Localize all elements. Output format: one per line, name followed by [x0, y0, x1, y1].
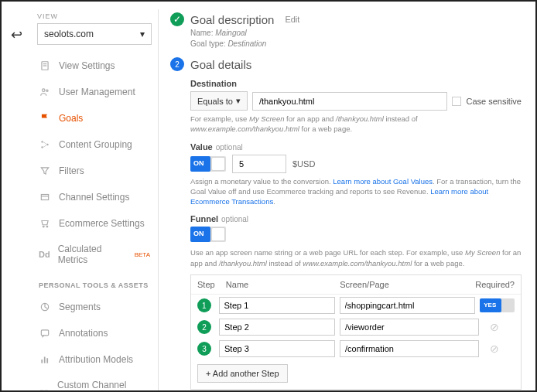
step-name-input[interactable] — [219, 340, 335, 357]
col-screen: Screen/Page — [340, 280, 475, 289]
sidebar-item-content-grouping[interactable]: Content Grouping — [31, 131, 158, 158]
sidebar-item-channel-settings[interactable]: Channel Settings — [31, 184, 158, 210]
add-step-button[interactable]: + Add another Step — [197, 364, 288, 383]
cart-icon — [39, 217, 51, 230]
svg-rect-14 — [41, 360, 43, 363]
funnel-toggle[interactable] — [190, 227, 226, 242]
step-number: 3 — [197, 342, 211, 356]
sidebar-item-label: Channel Settings — [59, 192, 129, 203]
value-helper: Assign a monetary value to the conversio… — [190, 176, 522, 207]
sidebar-item-label: Filters — [59, 165, 84, 176]
sidebar-item-label: Ecommerce Settings — [59, 218, 145, 229]
sidebar-item-user-management[interactable]: User Management — [31, 79, 158, 105]
sidebar-item-label: View Settings — [59, 60, 115, 71]
sidebar-item-segments[interactable]: Segments — [31, 294, 158, 320]
optional-label: optional — [221, 215, 248, 223]
col-name: Name — [226, 280, 340, 289]
sidebar-item-label: Attribution Models — [59, 354, 133, 365]
step-number: 2 — [197, 320, 211, 334]
value-label: Value — [190, 142, 213, 152]
value-input[interactable] — [232, 155, 286, 173]
name-label: Name: — [190, 29, 213, 37]
check-icon: ✓ — [170, 12, 184, 26]
svg-point-10 — [43, 226, 44, 227]
goal-values-link[interactable]: Learn more about Goal Values — [333, 177, 433, 186]
step-number-icon: 2 — [170, 57, 184, 71]
sidebar-item-label: Annotations — [59, 328, 108, 339]
filter-icon — [39, 165, 51, 177]
svg-rect-16 — [46, 358, 48, 363]
grouping-icon — [39, 138, 51, 151]
currency-label: $USD — [292, 159, 315, 169]
sidebar-item-annotations[interactable]: Annotations — [31, 320, 158, 346]
users-icon — [39, 86, 51, 98]
svg-rect-15 — [44, 357, 46, 363]
step-screen-input[interactable] — [340, 297, 476, 314]
funnel-helper: Use an app screen name string or a web p… — [190, 247, 522, 268]
document-icon — [39, 60, 51, 72]
case-sensitive-checkbox[interactable] — [452, 97, 461, 106]
chevron-down-icon: ▾ — [140, 29, 145, 39]
chevron-down-icon: ▾ — [236, 96, 241, 106]
col-step: Step — [197, 280, 226, 289]
sidebar-item-label: User Management — [59, 87, 135, 97]
col-required: Required? — [475, 280, 515, 289]
required-toggle[interactable] — [480, 298, 515, 312]
sidebar-item-label: Goals — [59, 113, 83, 124]
svg-rect-13 — [41, 330, 48, 336]
svg-point-7 — [46, 144, 48, 145]
sidebar-item-custom-channel-groupings[interactable]: Custom Channel Groupings BETA — [31, 373, 158, 392]
view-name: seolots.com — [44, 29, 94, 39]
svg-point-6 — [41, 146, 43, 148]
funnel-table: Step Name Screen/Page Required? 1 2 ⊘ — [190, 274, 522, 390]
channel-icon — [39, 191, 51, 203]
destination-label: Destination — [190, 79, 522, 88]
step-screen-input[interactable] — [340, 340, 479, 357]
sidebar-item-filters[interactable]: Filters — [31, 158, 158, 184]
step-screen-input[interactable] — [340, 319, 479, 336]
edit-link[interactable]: Edit — [285, 15, 299, 24]
remove-step-icon[interactable]: ⊘ — [490, 343, 499, 355]
beta-badge: BETA — [135, 251, 150, 258]
destination-helper: For example, use My Screen for an app an… — [190, 114, 522, 135]
sidebar-item-attribution-models[interactable]: Attribution Models — [31, 346, 158, 373]
segments-icon — [39, 301, 51, 313]
name-value: Maingoal — [215, 29, 247, 37]
step-number: 1 — [197, 298, 211, 312]
view-selector[interactable]: seolots.com ▾ — [37, 23, 152, 45]
back-icon[interactable]: ↩ — [11, 26, 22, 43]
sidebar-item-view-settings[interactable]: View Settings — [31, 53, 158, 79]
type-label: Goal type: — [190, 39, 226, 48]
svg-point-4 — [46, 90, 48, 91]
match-dropdown[interactable]: Equals to▾ — [190, 91, 248, 111]
sidebar-item-label: Calculated Metrics — [58, 244, 125, 265]
step-name-input[interactable] — [219, 297, 335, 314]
sidebar-item-ecommerce-settings[interactable]: Ecommerce Settings — [31, 210, 158, 237]
view-label: VIEW — [31, 9, 158, 22]
step-name-input[interactable] — [219, 319, 335, 336]
grid-icon — [39, 388, 50, 393]
sidebar-item-goals[interactable]: Goals — [31, 105, 158, 131]
funnel-step-row: 1 — [191, 295, 521, 316]
sidebar-item-label: Segments — [59, 302, 101, 312]
svg-rect-8 — [41, 195, 48, 200]
svg-point-5 — [41, 141, 43, 142]
sidebar-item-label: Custom Channel Groupings — [57, 380, 150, 392]
optional-label: optional — [216, 143, 243, 152]
funnel-label: Funnel — [190, 214, 218, 223]
svg-point-11 — [46, 226, 48, 227]
type-value: Destination — [227, 39, 266, 48]
goal-details-title: Goal details — [190, 58, 251, 71]
remove-step-icon[interactable]: ⊘ — [490, 321, 499, 333]
section-header-personal: PERSONAL TOOLS & ASSETS — [31, 272, 158, 294]
sidebar-item-label: Content Grouping — [59, 139, 132, 150]
funnel-step-row: 2 ⊘ — [191, 316, 521, 338]
sidebar-item-calculated-metrics[interactable]: Dd Calculated Metrics BETA — [31, 237, 158, 272]
annotations-icon — [39, 327, 51, 339]
destination-input[interactable] — [252, 92, 448, 111]
dd-icon: Dd — [39, 248, 50, 261]
main-content: ✓ Goal description Edit Name: Maingoal G… — [164, 9, 528, 390]
goal-description-title: Goal description — [190, 13, 274, 26]
value-toggle[interactable] — [190, 156, 226, 172]
sidebar: VIEW seolots.com ▾ View Settings User Ma… — [31, 9, 159, 392]
